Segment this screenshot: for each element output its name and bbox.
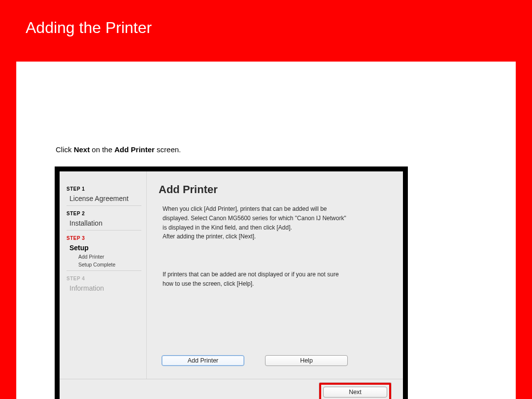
content-line: After adding the printer, click [Next].	[163, 233, 390, 241]
step3-title: Setup	[69, 244, 141, 252]
dialog-footer: Next	[60, 379, 403, 399]
next-button[interactable]: Next	[323, 387, 387, 398]
text-bold-addprinter: Add Printer	[114, 145, 155, 154]
step4-title: Information	[69, 284, 141, 292]
dialog-window: STEP 1 License Agreement STEP 2 Installa…	[60, 171, 403, 399]
content-line: If printers that can be added are not di…	[163, 270, 390, 279]
step2-title: Installation	[69, 219, 141, 227]
text-fragment: on the	[90, 145, 114, 154]
text-bold-next: Next	[74, 145, 90, 154]
content-title: Add Printer	[159, 183, 390, 196]
divider	[66, 230, 141, 231]
step3-sub-complete: Setup Complete	[78, 262, 141, 267]
slide-title: Adding the Printer	[26, 19, 152, 37]
divider	[66, 205, 141, 206]
content-line: how to use the screen, click [Help].	[163, 280, 390, 288]
action-buttons: Add Printer Help	[159, 355, 390, 374]
wizard-content: Add Printer When you click [Add Printer]…	[146, 171, 403, 379]
add-printer-button[interactable]: Add Printer	[162, 355, 244, 366]
text-fragment: Click	[56, 145, 74, 154]
text-fragment: screen.	[155, 145, 181, 154]
step4-label: STEP 4	[66, 276, 141, 281]
content-line: displayed. Select Canon MG5600 series fo…	[163, 214, 390, 223]
page-number: 11	[501, 384, 509, 392]
divider	[66, 270, 141, 271]
wizard-sidebar: STEP 1 License Agreement STEP 2 Installa…	[60, 171, 146, 379]
help-button[interactable]: Help	[265, 355, 348, 366]
instruction-text: Click Next on the Add Printer screen.	[56, 145, 181, 154]
step1-title: License Agreement	[69, 195, 141, 202]
step3-label: STEP 3	[66, 235, 141, 241]
step1-label: STEP 1	[66, 186, 141, 192]
content-body: When you click [Add Printer], printers t…	[159, 205, 390, 289]
screenshot-frame: STEP 1 License Agreement STEP 2 Installa…	[55, 166, 408, 399]
content-line: When you click [Add Printer], printers t…	[163, 205, 390, 213]
content-panel: Click Next on the Add Printer screen. ST…	[16, 62, 516, 399]
step3-sub-addprinter: Add Printer	[78, 254, 141, 260]
content-line: is displayed in the Kind field, and then…	[163, 224, 390, 232]
step2-label: STEP 2	[66, 211, 141, 216]
next-highlight: Next	[319, 383, 391, 399]
